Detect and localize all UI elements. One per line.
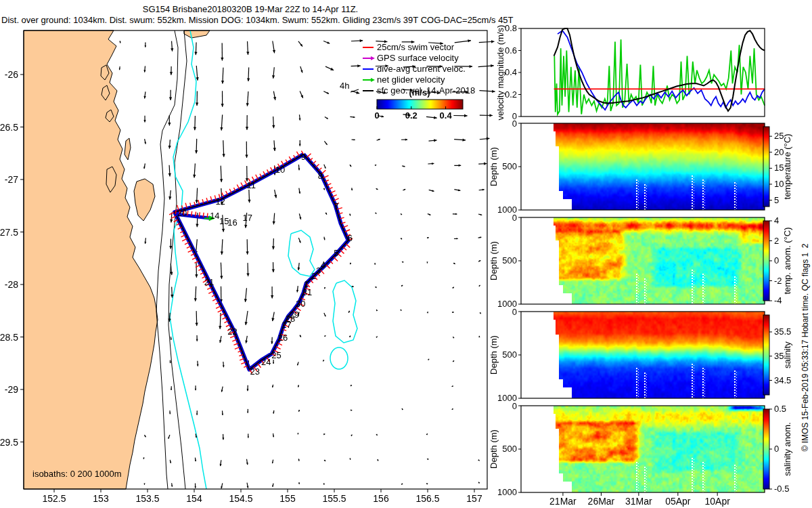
depth-tick-label: 0 <box>512 213 517 223</box>
island <box>184 30 210 38</box>
arrow-head <box>376 433 377 435</box>
arrow-head <box>271 295 273 299</box>
colorbar-tick-label: 0 <box>774 444 779 454</box>
geo-contour-eddy <box>333 280 357 343</box>
arrow-head <box>196 413 198 415</box>
map-legend: 25cm/s swim vectorGPS surface velocitydi… <box>340 42 475 121</box>
arrow-head <box>300 70 302 72</box>
glider-track: 1234567891011121415161720212223242526272… <box>169 151 353 377</box>
arrow-head <box>168 146 171 149</box>
arrow-head <box>323 360 324 361</box>
arrow-head <box>452 408 453 409</box>
arrow-head <box>375 212 376 213</box>
date-tick-label: 10Apr <box>704 496 730 507</box>
date-tick-label: 05Apr <box>665 496 691 507</box>
legend-label: dive-avg current veloc. <box>377 64 466 74</box>
arrow-head <box>169 362 171 363</box>
arrow-head <box>453 361 454 362</box>
lon-tick-label: 157 <box>466 493 482 504</box>
map-colorbar-tick-label: 0 <box>374 110 379 121</box>
colorbar-salinity <box>763 315 769 395</box>
arrow-head <box>484 163 487 165</box>
arrow-head <box>247 411 248 412</box>
velocity-panel: 00.20.40.60.8velocity magnitude (m/s) <box>495 23 765 121</box>
lon-tick-label: 153.5 <box>135 493 159 504</box>
colorbar-tick-label: 4 <box>774 215 779 226</box>
geo-contour-eddy <box>288 230 315 276</box>
arrow-head <box>298 168 300 170</box>
arrow-head <box>324 287 325 289</box>
arrow-head <box>299 144 301 146</box>
colorbar-tick-label: 5 <box>774 195 779 205</box>
arrow-head <box>401 213 402 215</box>
waypoint-label-16: 16 <box>227 217 237 228</box>
colorbar-tick-label: 0.5 <box>774 404 786 414</box>
waypoint-label-20: 20 <box>177 208 187 218</box>
arrow-head <box>459 165 461 167</box>
isobath-1000m <box>168 30 187 489</box>
legend-marker-head <box>371 78 375 82</box>
waypoint-label-11: 11 <box>246 180 256 190</box>
depth-tick-label: 1000 <box>497 487 517 497</box>
arrow-head <box>478 285 480 287</box>
lat-tick-label: -27.5 <box>0 227 18 238</box>
arrow-head <box>245 155 248 158</box>
arrow-head <box>376 310 378 311</box>
arrow-head <box>274 194 277 198</box>
arrow-head <box>455 213 457 215</box>
waypoint-label-14: 14 <box>210 211 219 221</box>
waypoint-label-6: 6 <box>348 233 353 243</box>
depth-tick-label: 0 <box>512 307 517 317</box>
arrow-head <box>194 52 197 56</box>
lon-tick-label: 154 <box>186 493 202 504</box>
lat-tick-label: -29.5 <box>0 437 18 448</box>
lat-tick-label: -26 <box>5 69 18 80</box>
arrow-head <box>221 104 223 107</box>
waypoint-label-21: 21 <box>204 277 214 287</box>
arrow-head <box>248 436 249 438</box>
velocity-series-net-glider-velocity <box>554 39 765 114</box>
vel-y-tick-label: 0.8 <box>505 23 517 33</box>
island <box>125 138 131 160</box>
arrow-head <box>434 139 437 142</box>
arrow-head <box>273 221 275 225</box>
arrow-head <box>222 229 225 232</box>
waypoint-label-23: 23 <box>250 366 259 377</box>
depth-tick-label: 0 <box>512 401 517 411</box>
colorbar-tick-label: 34.5 <box>774 375 791 385</box>
glider-mission-figure: { "header": { "line1": "SG154 Brisbane20… <box>0 0 812 508</box>
isobaths-label: isobaths: 0 200 1000m <box>32 469 122 479</box>
arrow-head <box>464 114 468 117</box>
arrow-head <box>248 200 250 203</box>
map-colorbar <box>377 100 463 109</box>
arrow-head <box>170 219 173 223</box>
arrow-head <box>489 114 493 117</box>
arrow-head <box>426 261 428 263</box>
lat-tick-label: -26.5 <box>0 122 18 133</box>
map-colorbar-tick-label: 0.2 <box>405 110 418 121</box>
depth-axis-label: Depth (m) <box>489 147 499 186</box>
velocity-ylabel: velocity magnitude (m/s) <box>495 25 505 121</box>
depth-tick-label: 500 <box>502 161 517 171</box>
waypoint-label-17: 17 <box>242 213 252 223</box>
waypoint-label-24: 24 <box>261 357 271 367</box>
section-panel-temp_anom: 05001000Depth (m)-4-2024temp. anom. (°C) <box>489 213 792 309</box>
colorbar-tick-label: -2 <box>774 276 782 286</box>
legend-marker-head <box>371 56 375 60</box>
arrow-head <box>222 414 223 415</box>
arrow-head <box>273 97 276 100</box>
arrow-head <box>491 40 495 43</box>
arrow-head <box>452 312 453 313</box>
legend-label: net glider velocity <box>377 75 445 85</box>
waypoint-label-12: 12 <box>215 196 225 207</box>
section-frame <box>521 312 765 398</box>
arrow-head <box>271 341 273 344</box>
map-panel <box>24 30 357 489</box>
waypoint-label-7: 7 <box>334 201 338 211</box>
arrow-head <box>246 251 248 255</box>
arrow-head <box>426 433 428 435</box>
arrow-head <box>479 312 480 314</box>
arrow-head <box>360 39 363 42</box>
lat-tick-label: -29 <box>5 384 18 395</box>
arrow-head <box>405 139 407 141</box>
